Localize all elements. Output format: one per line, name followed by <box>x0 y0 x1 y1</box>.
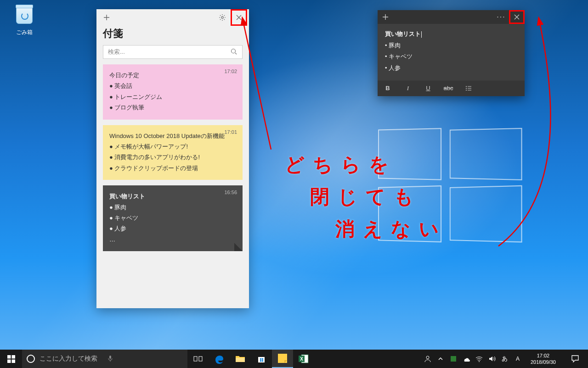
annotation-text: 消えない <box>335 216 447 242</box>
onedrive-icon[interactable] <box>463 355 470 362</box>
svg-point-2 <box>466 86 467 87</box>
task-view-button[interactable] <box>187 350 209 368</box>
svg-point-4 <box>466 90 467 91</box>
annotation-text: 閉じても <box>310 184 422 210</box>
taskbar-search[interactable]: ここに入力して検索 <box>22 350 187 368</box>
recycle-bin[interactable]: ごみ箱 <box>8 5 40 36</box>
svg-point-0 <box>221 17 223 18</box>
note-line: ● 消費電力の多いアプリがわかる! <box>109 152 236 162</box>
network-icon[interactable] <box>475 355 483 362</box>
tray-chevron-icon[interactable] <box>437 355 444 362</box>
sticky-notes-window: 付箋 検索... 17:02 今日の予定 ● 英会話 ● トレーニングジム ● … <box>96 9 249 308</box>
note-line: ● 人参 <box>109 223 236 234</box>
svg-rect-7 <box>7 359 11 362</box>
note-title: 買い物リスト <box>385 30 421 37</box>
search-icon <box>230 48 237 57</box>
action-center-button[interactable] <box>565 350 585 368</box>
close-button[interactable] <box>231 9 247 26</box>
svg-rect-10 <box>194 356 197 361</box>
svg-point-1 <box>232 49 236 53</box>
svg-rect-9 <box>109 356 111 359</box>
taskbar: ここに入力して検索 X あ A 17:02 2018/09/30 <box>0 350 588 368</box>
sticky-notes-titlebar <box>96 9 249 26</box>
ime-mode-icon[interactable]: A <box>514 355 521 362</box>
note-card[interactable]: 17:01 Windows 10 October 2018 Updateの新機能… <box>103 125 243 180</box>
note-title: 買い物リスト <box>109 191 236 201</box>
mic-icon[interactable] <box>107 355 114 363</box>
svg-rect-15 <box>260 360 261 362</box>
start-button[interactable] <box>0 350 22 368</box>
svg-rect-5 <box>7 355 11 358</box>
note-popup: ··· 買い物リスト • 豚肉 • キャベツ • 人参 B I U abc <box>378 10 525 96</box>
new-note-button[interactable] <box>98 9 115 26</box>
system-tray: あ A 17:02 2018/09/30 <box>421 350 588 368</box>
ime-icon[interactable]: あ <box>501 355 509 362</box>
file-explorer-button[interactable] <box>230 350 251 368</box>
note-line: ● トレーニングジム <box>109 92 236 102</box>
underline-button[interactable]: U <box>418 80 438 96</box>
cortana-icon <box>27 355 35 363</box>
menu-button[interactable]: ··· <box>493 10 509 24</box>
svg-rect-11 <box>199 356 202 361</box>
new-note-button[interactable] <box>378 10 393 24</box>
bold-button[interactable]: B <box>378 80 398 96</box>
svg-rect-13 <box>260 358 261 360</box>
svg-rect-6 <box>11 355 15 358</box>
note-card[interactable]: 16:56 買い物リスト ● 豚肉 ● キャベツ ● 人参 … <box>103 185 243 251</box>
edge-button[interactable] <box>209 350 230 368</box>
svg-rect-8 <box>11 359 15 362</box>
annotation-text: どちらを <box>285 152 397 178</box>
search-placeholder: ここに入力して検索 <box>40 355 97 363</box>
svg-rect-22 <box>451 356 456 362</box>
note-time: 16:56 <box>224 188 237 197</box>
note-line: ● クラウドクリップボードの登場 <box>109 163 236 173</box>
format-toolbar: B I U abc <box>378 80 525 96</box>
tray-app-icon[interactable] <box>450 355 457 362</box>
store-button[interactable] <box>251 350 272 368</box>
search-input[interactable]: 検索... <box>103 45 243 59</box>
recycle-bin-icon <box>14 6 34 27</box>
notes-list: 17:02 今日の予定 ● 英会話 ● トレーニングジム ● ブログ執筆 17:… <box>96 64 249 308</box>
page-title: 付箋 <box>96 26 249 45</box>
note-card[interactable]: 17:02 今日の予定 ● 英会話 ● トレーニングジム ● ブログ執筆 <box>103 64 243 120</box>
sticky-notes-taskbar-button[interactable] <box>272 350 293 368</box>
settings-button[interactable] <box>214 9 231 26</box>
strike-button[interactable]: abc <box>438 80 458 96</box>
svg-text:X: X <box>300 356 303 362</box>
excel-button[interactable]: X <box>293 350 314 368</box>
clock-date: 2018/09/30 <box>531 359 556 365</box>
svg-rect-12 <box>236 358 245 362</box>
volume-icon[interactable] <box>488 355 496 362</box>
note-popup-titlebar: ··· <box>378 10 525 24</box>
text-cursor <box>421 31 422 38</box>
search-placeholder: 検索... <box>108 48 125 56</box>
italic-button[interactable]: I <box>398 80 418 96</box>
note-line: • 人参 <box>385 63 517 74</box>
svg-point-3 <box>466 88 467 89</box>
svg-point-23 <box>479 361 480 362</box>
note-title: Windows 10 October 2018 Updateの新機能 <box>109 131 236 141</box>
note-body[interactable]: 買い物リスト • 豚肉 • キャベツ • 人参 <box>378 24 525 80</box>
note-line: • 豚肉 <box>385 40 517 52</box>
note-time: 17:01 <box>224 128 237 137</box>
taskbar-clock[interactable]: 17:02 2018/09/30 <box>527 352 560 366</box>
svg-point-21 <box>426 356 429 359</box>
note-line: ● ブログ執筆 <box>109 102 236 113</box>
note-line: ● キャベツ <box>109 213 236 223</box>
recycle-bin-label: ごみ箱 <box>8 29 40 36</box>
svg-rect-16 <box>262 360 263 362</box>
note-line: … <box>109 234 236 245</box>
close-button[interactable] <box>509 10 525 24</box>
note-line: • キャベツ <box>385 51 517 63</box>
note-line: ● 豚肉 <box>109 202 236 213</box>
note-line: ● メモ帳が大幅パワーアップ! <box>109 141 236 152</box>
note-line: ● 英会話 <box>109 80 236 91</box>
clock-time: 17:02 <box>531 352 556 359</box>
svg-rect-14 <box>262 358 263 360</box>
note-time: 17:02 <box>224 67 237 76</box>
bullet-list-button[interactable] <box>458 80 479 96</box>
note-title: 今日の予定 <box>109 70 236 80</box>
people-icon[interactable] <box>424 355 431 362</box>
